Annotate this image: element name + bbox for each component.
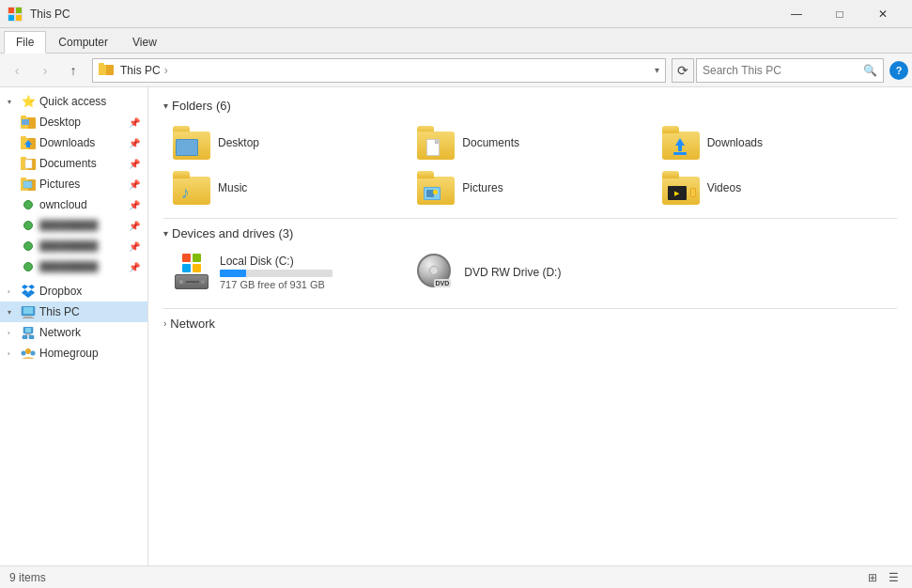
sidebar-item-pictures[interactable]: Pictures 📌 <box>0 174 147 194</box>
folder-pictures-label: Pictures <box>462 181 502 194</box>
search-bar[interactable]: 🔍 <box>696 58 884 83</box>
sidebar-item-network[interactable]: › Network <box>0 322 147 343</box>
downloads-folder-icon <box>21 135 36 150</box>
view-large-icons-button[interactable]: ⊞ <box>863 569 882 586</box>
disk-usage-fill <box>220 270 246 277</box>
ribbon-tabs: File Computer View <box>0 28 912 53</box>
sidebar-item-blurred3[interactable]: ████████ 📌 <box>0 256 147 277</box>
maximize-button[interactable]: □ <box>818 0 861 28</box>
hdd-icon <box>173 254 210 291</box>
dropbox-icon <box>21 284 36 299</box>
ribbon: File Computer View <box>0 28 912 54</box>
folder-documents-label: Documents <box>462 136 519 149</box>
tab-view[interactable]: View <box>120 31 169 53</box>
svg-rect-18 <box>25 160 32 168</box>
desktop-folder-icon <box>173 126 210 160</box>
folder-desktop[interactable]: Desktop <box>163 120 408 165</box>
minimize-button[interactable]: — <box>775 0 818 28</box>
sidebar-item-downloads[interactable]: Downloads 📌 <box>0 132 147 153</box>
sidebar-item-blurred1[interactable]: ████████ 📌 <box>0 215 147 236</box>
device-dvd[interactable]: DVD DVD RW Drive (D:) <box>408 248 652 297</box>
folders-section-title: Folders (6) <box>172 99 231 113</box>
address-dropdown-icon[interactable]: ▾ <box>655 65 659 75</box>
folders-section-header[interactable]: ▾ Folders (6) <box>163 99 897 113</box>
network-section-header[interactable]: › Network <box>163 317 897 331</box>
folders-grid: Desktop Documents <box>163 120 897 210</box>
sidebar-item-homegroup[interactable]: › Homegroup <box>0 343 147 364</box>
documents-folder-icon <box>21 156 36 171</box>
folders-chevron: ▾ <box>163 101 168 111</box>
sidebar-item-desktop[interactable]: Desktop 📌 <box>0 112 147 132</box>
thispc-expand-icon: ▾ <box>8 308 17 317</box>
search-input[interactable] <box>703 64 863 77</box>
help-button[interactable]: ? <box>889 61 908 80</box>
devices-section-title: Devices and drives (3) <box>172 226 293 240</box>
sidebar-blurred3-label: ████████ <box>39 261 125 272</box>
tab-file[interactable]: File <box>4 31 46 54</box>
sidebar-quick-access-header[interactable]: ▾ ⭐ Quick access <box>0 91 147 112</box>
address-part-thispc[interactable]: This PC <box>117 62 163 79</box>
pin-icon-doc: 📌 <box>129 159 140 169</box>
svg-point-37 <box>31 351 36 356</box>
folder-downloads[interactable]: Downloads <box>653 120 897 165</box>
sidebar-item-thispc[interactable]: ▾ This PC <box>0 302 147 322</box>
pictures-folder-icon <box>21 177 36 192</box>
status-items-count: 9 items <box>9 571 46 584</box>
address-bar[interactable]: This PC › ▾ <box>92 58 666 83</box>
svg-point-35 <box>25 348 31 354</box>
content-area: ▾ Folders (6) Desktop <box>148 87 912 565</box>
sidebar-downloads-label: Downloads <box>39 136 125 149</box>
folder-videos-label: Videos <box>707 181 741 194</box>
blurred-icon-2 <box>21 239 36 254</box>
pin-icon-b2: 📌 <box>129 241 140 252</box>
blurred-icon-1 <box>21 218 36 233</box>
svg-rect-34 <box>29 335 34 339</box>
downloads-folder-icon <box>662 126 700 160</box>
device-local-disk[interactable]: Local Disk (C:) 717 GB free of 931 GB <box>163 248 408 297</box>
dvd-name: DVD RW Drive (D:) <box>464 266 561 279</box>
devices-section-header[interactable]: ▾ Devices and drives (3) <box>163 226 897 240</box>
address-sep: › <box>164 64 168 77</box>
svg-marker-38 <box>675 138 685 151</box>
sidebar-blurred1-label: ████████ <box>39 220 125 231</box>
homegroup-expand-icon: › <box>8 349 17 358</box>
sidebar-item-blurred2[interactable]: ████████ 📌 <box>0 236 147 256</box>
sidebar-item-dropbox[interactable]: › Dropbox <box>0 281 147 302</box>
forward-button[interactable]: › <box>32 57 58 84</box>
desktop-folder-icon <box>21 115 36 130</box>
dvd-info: DVD RW Drive (D:) <box>464 266 561 279</box>
local-disk-name: Local Disk (C:) <box>220 255 332 268</box>
breadcrumb: This PC › <box>117 62 655 79</box>
pin-icon-oc: 📌 <box>129 200 140 210</box>
folder-documents[interactable]: Documents <box>408 120 652 165</box>
expand-icon: ▾ <box>8 98 17 106</box>
network-chevron: › <box>163 318 166 329</box>
svg-rect-33 <box>23 335 27 339</box>
pin-icon-b3: 📌 <box>129 262 140 272</box>
sidebar-item-documents[interactable]: Documents 📌 <box>0 153 147 174</box>
svg-rect-31 <box>25 328 31 333</box>
folder-videos[interactable]: ▶ Videos <box>653 165 897 210</box>
svg-rect-3 <box>16 15 22 21</box>
sidebar: ▾ ⭐ Quick access Desktop 📌 <box>0 87 148 565</box>
folder-music[interactable]: ♪ Music <box>163 165 408 210</box>
sidebar-item-owncloud[interactable]: owncloud 📌 <box>0 194 147 215</box>
refresh-button[interactable]: ⟳ <box>672 58 694 83</box>
search-icon: 🔍 <box>863 64 877 77</box>
tab-computer[interactable]: Computer <box>46 31 120 53</box>
svg-rect-27 <box>23 307 33 314</box>
sidebar-quickaccess-label: Quick access <box>39 95 140 108</box>
back-button[interactable]: ‹ <box>4 57 30 84</box>
view-buttons: ⊞ ☰ <box>863 569 903 586</box>
svg-rect-9 <box>21 116 26 119</box>
view-list-button[interactable]: ☰ <box>884 569 903 586</box>
section-divider <box>163 218 897 219</box>
window-controls: — □ ✕ <box>775 0 904 28</box>
sidebar-pictures-label: Pictures <box>39 178 125 191</box>
up-button[interactable]: ↑ <box>60 57 86 84</box>
pin-icon-b1: 📌 <box>129 221 140 231</box>
sidebar-homegroup-label: Homegroup <box>39 347 140 360</box>
title-bar-left: This PC <box>8 7 70 22</box>
folder-pictures[interactable]: Pictures <box>408 165 652 210</box>
close-button[interactable]: ✕ <box>861 0 904 28</box>
